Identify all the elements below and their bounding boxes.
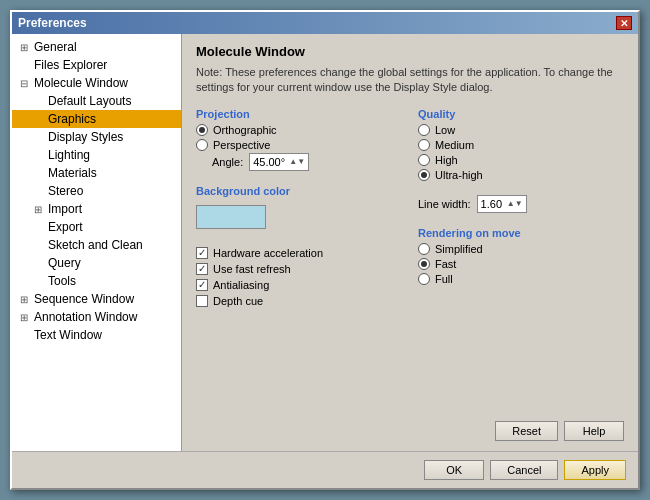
sidebar-item-general[interactable]: ⊞General <box>12 38 181 56</box>
sidebar-item-sketch-clean[interactable]: Sketch and Clean <box>12 236 181 254</box>
rendering-section: Rendering on move Simplified Fast <box>418 227 624 285</box>
radio-high[interactable]: High <box>418 154 624 166</box>
sidebar-item-default-layouts[interactable]: Default Layouts <box>12 92 181 110</box>
sidebar-item-import[interactable]: ⊞Import <box>12 200 181 218</box>
sidebar-item-materials[interactable]: Materials <box>12 164 181 182</box>
radio-ultra-high[interactable]: Ultra-high <box>418 169 624 181</box>
radio-low-circle[interactable] <box>418 124 430 136</box>
checkbox-hw-accel-label: Hardware acceleration <box>213 247 323 259</box>
radio-low[interactable]: Low <box>418 124 624 136</box>
sidebar-item-graphics[interactable]: Graphics <box>12 110 181 128</box>
expander-icon: ⊞ <box>20 312 34 323</box>
radio-high-circle[interactable] <box>418 154 430 166</box>
radio-low-label: Low <box>435 124 455 136</box>
close-button[interactable]: ✕ <box>616 16 632 30</box>
radio-fast-circle[interactable] <box>418 258 430 270</box>
radio-orthographic[interactable]: Orthographic <box>196 124 402 136</box>
line-width-label: Line width: <box>418 198 471 210</box>
sidebar-item-lighting[interactable]: Lighting <box>12 146 181 164</box>
panel-title: Molecule Window <box>196 44 624 59</box>
sidebar-item-display-styles[interactable]: Display Styles <box>12 128 181 146</box>
radio-orthographic-label: Orthographic <box>213 124 277 136</box>
expander-icon: ⊞ <box>20 42 34 53</box>
checkboxes-section: Hardware acceleration Use fast refresh A… <box>196 247 402 307</box>
radio-simplified[interactable]: Simplified <box>418 243 624 255</box>
sidebar: ⊞General Files Explorer⊟Molecule Window … <box>12 34 182 451</box>
radio-high-label: High <box>435 154 458 166</box>
background-color-label: Background color <box>196 185 402 197</box>
quality-label: Quality <box>418 108 624 120</box>
reset-help-row: Reset Help <box>196 421 624 441</box>
background-color-section: Background color <box>196 185 402 229</box>
ok-button[interactable]: OK <box>424 460 484 480</box>
sidebar-item-export[interactable]: Export <box>12 218 181 236</box>
checkbox-antialiasing-label: Antialiasing <box>213 279 269 291</box>
radio-simplified-circle[interactable] <box>418 243 430 255</box>
radio-full-label: Full <box>435 273 453 285</box>
radio-fast-label: Fast <box>435 258 456 270</box>
checkbox-antialiasing-box[interactable] <box>196 279 208 291</box>
main-panel: Molecule Window Note: These preferences … <box>182 34 638 451</box>
angle-label: Angle: <box>212 156 243 168</box>
reset-button[interactable]: Reset <box>495 421 558 441</box>
checkbox-hw-accel-box[interactable] <box>196 247 208 259</box>
cancel-button[interactable]: Cancel <box>490 460 558 480</box>
radio-perspective-circle[interactable] <box>196 139 208 151</box>
sidebar-item-sequence-window[interactable]: ⊞Sequence Window <box>12 290 181 308</box>
quality-radio-group: Low Medium High <box>418 124 624 181</box>
checkbox-antialiasing[interactable]: Antialiasing <box>196 279 402 291</box>
help-button[interactable]: Help <box>564 421 624 441</box>
radio-simplified-label: Simplified <box>435 243 483 255</box>
checkbox-depth-cue[interactable]: Depth cue <box>196 295 402 307</box>
checkbox-depth-cue-label: Depth cue <box>213 295 263 307</box>
angle-spinner[interactable]: ▲▼ <box>289 157 305 166</box>
apply-button[interactable]: Apply <box>564 460 626 480</box>
checkbox-fast-refresh-label: Use fast refresh <box>213 263 291 275</box>
title-bar: Preferences ✕ <box>12 12 638 34</box>
content-area: ⊞General Files Explorer⊟Molecule Window … <box>12 34 638 451</box>
checkbox-fast-refresh-box[interactable] <box>196 263 208 275</box>
sidebar-item-stereo[interactable]: Stereo <box>12 182 181 200</box>
expander-icon: ⊞ <box>20 294 34 305</box>
projection-radio-group: Orthographic Perspective <box>196 124 402 151</box>
radio-medium-circle[interactable] <box>418 139 430 151</box>
projection-section: Projection Orthographic Perspective <box>196 108 402 171</box>
bottom-buttons: OK Cancel Apply <box>424 460 626 480</box>
left-column: Projection Orthographic Perspective <box>196 108 402 411</box>
sidebar-item-tools[interactable]: Tools <box>12 272 181 290</box>
radio-perspective[interactable]: Perspective <box>196 139 402 151</box>
angle-input[interactable]: 45.00° ▲▼ <box>249 153 309 171</box>
sidebar-item-molecule-window[interactable]: ⊟Molecule Window <box>12 74 181 92</box>
sidebar-item-annotation-window[interactable]: ⊞Annotation Window <box>12 308 181 326</box>
sidebar-item-query[interactable]: Query <box>12 254 181 272</box>
sidebar-item-files-explorer[interactable]: Files Explorer <box>12 56 181 74</box>
radio-full[interactable]: Full <box>418 273 624 285</box>
quality-section: Quality Low Medium <box>418 108 624 181</box>
preferences-dialog: Preferences ✕ ⊞General Files Explorer⊟Mo… <box>10 10 640 490</box>
radio-medium-label: Medium <box>435 139 474 151</box>
radio-full-circle[interactable] <box>418 273 430 285</box>
note-text: Note: These preferences change the globa… <box>196 65 624 96</box>
expander-icon: ⊞ <box>34 204 48 215</box>
line-width-row: Line width: 1.60 ▲▼ <box>418 195 624 213</box>
radio-ultra-high-circle[interactable] <box>418 169 430 181</box>
radio-perspective-label: Perspective <box>213 139 270 151</box>
checkbox-fast-refresh[interactable]: Use fast refresh <box>196 263 402 275</box>
line-width-input[interactable]: 1.60 ▲▼ <box>477 195 527 213</box>
expander-icon: ⊟ <box>20 78 34 89</box>
sidebar-item-text-window[interactable]: Text Window <box>12 326 181 344</box>
dialog-title: Preferences <box>18 16 87 30</box>
projection-label: Projection <box>196 108 402 120</box>
line-width-spinner[interactable]: ▲▼ <box>507 199 523 208</box>
radio-medium[interactable]: Medium <box>418 139 624 151</box>
angle-row: Angle: 45.00° ▲▼ <box>212 153 402 171</box>
rendering-label: Rendering on move <box>418 227 624 239</box>
settings-area: Projection Orthographic Perspective <box>196 108 624 411</box>
radio-fast[interactable]: Fast <box>418 258 624 270</box>
background-color-box[interactable] <box>196 205 266 229</box>
radio-orthographic-circle[interactable] <box>196 124 208 136</box>
right-column: Quality Low Medium <box>418 108 624 411</box>
radio-ultra-high-label: Ultra-high <box>435 169 483 181</box>
checkbox-depth-cue-box[interactable] <box>196 295 208 307</box>
checkbox-hw-accel[interactable]: Hardware acceleration <box>196 247 402 259</box>
